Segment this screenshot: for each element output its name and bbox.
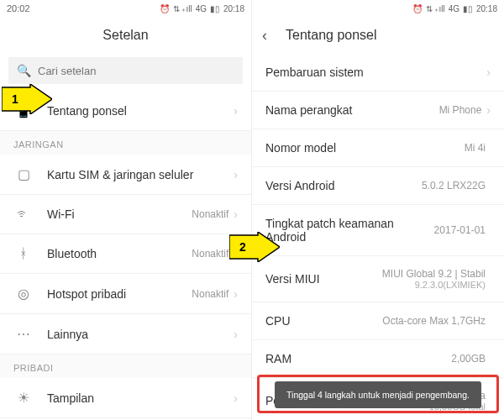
label: Pembaruan sistem — [265, 66, 486, 79]
value: 2017-01-01 — [434, 224, 486, 236]
statusbar-right: ⏰ ⇅ ₊ıll 4G ▮▯ 20:18 — [252, 0, 504, 17]
chevron-right-icon: › — [486, 66, 491, 79]
wifi-icon: ᯤ — [13, 207, 34, 222]
battery-icon: ▮▯ — [463, 4, 473, 13]
value: Mi 4i — [465, 142, 486, 154]
search-icon: 🔍 — [17, 64, 31, 77]
label: Versi Android — [265, 179, 422, 192]
row-display[interactable]: ☀ Tampilan › — [0, 378, 251, 418]
value-sub: 9.2.3.0(LXIMIEK) — [382, 280, 486, 290]
value: Nonaktif — [192, 288, 228, 300]
label: Nama perangkat — [265, 103, 439, 117]
alarm-icon: ⏰ — [412, 4, 423, 13]
chevron-right-icon: › — [234, 104, 238, 118]
row-model[interactable]: Nomor model Mi 4i — [252, 129, 504, 167]
back-button[interactable]: ‹ — [262, 27, 279, 45]
chevron-right-icon: › — [234, 207, 238, 221]
alarm-icon: ⏰ — [160, 4, 170, 13]
value: Nonaktif — [192, 248, 228, 260]
chevron-right-icon: › — [234, 168, 238, 181]
more-icon: ⋯ — [13, 326, 34, 342]
chevron-right-icon: › — [234, 328, 238, 341]
statusbar-left: 20:02 ⏰ ⇅ ₊ıll 4G ▮▯ 20:18 — [0, 0, 251, 17]
page-title: Tentang ponsel — [279, 28, 494, 43]
value: Octa-core Max 1,7GHz — [382, 315, 486, 327]
value: 2,00GB — [451, 353, 486, 365]
row-device-name[interactable]: Nama perangkat Mi Phone › — [252, 92, 504, 129]
battery-icon: ▮▯ — [210, 4, 220, 13]
status-icons: ⏰ ⇅ ₊ıll 4G ▮▯ 20:18 — [412, 4, 497, 13]
signal-icon: ⇅ ₊ıll — [426, 4, 445, 13]
row-wifi[interactable]: ᯤ Wi-Fi Nonaktif › — [0, 195, 251, 234]
label: Tampilan — [47, 391, 234, 405]
label: CPU — [265, 314, 382, 328]
row-android-version[interactable]: Versi Android 5.0.2 LRX22G — [252, 167, 504, 205]
callout-number: 1 — [12, 92, 18, 106]
label: Versi MIUI — [265, 272, 382, 286]
row-ram[interactable]: RAM 2,00GB — [252, 340, 504, 378]
row-bluetooth[interactable]: ᚼ Bluetooth Nonaktif › — [0, 234, 251, 274]
clock: 20:18 — [476, 4, 497, 13]
label: Nomor model — [265, 141, 465, 155]
net-label: 4G — [196, 4, 207, 13]
row-miui-version[interactable]: Versi MIUI MIUI Global 9.2 | Stabil 9.2.… — [252, 256, 504, 302]
value: 5.0.2 LRX22G — [422, 180, 486, 192]
value-main: MIUI Global 9.2 | Stabil — [382, 268, 486, 280]
row-system-update[interactable]: Pembaruan sistem › — [252, 54, 504, 92]
section-network: JARINGAN — [0, 131, 251, 155]
label: Wi-Fi — [47, 207, 192, 221]
search-input[interactable] — [38, 65, 234, 77]
svg-marker-0 — [2, 84, 52, 114]
svg-marker-1 — [229, 232, 280, 262]
row-sim[interactable]: ▢ Kartu SIM & jaringan seluler › — [0, 155, 251, 195]
label: Hotspot pribadi — [47, 287, 192, 301]
net-label: 4G — [449, 4, 459, 13]
label: Bluetooth — [47, 247, 192, 260]
time: 20:02 — [7, 3, 30, 13]
display-icon: ☀ — [13, 390, 34, 406]
header-right: ‹ Tentang ponsel — [252, 17, 504, 54]
chevron-right-icon: › — [234, 287, 238, 301]
label: Tentang ponsel — [47, 104, 234, 118]
row-security-patch[interactable]: Tingkat patch keamanan Android 2017-01-0… — [252, 205, 504, 256]
label: Kartu SIM & jaringan seluler — [47, 168, 234, 181]
toast-highlight-box — [257, 375, 499, 413]
label: RAM — [265, 352, 451, 365]
phone-right: ⏰ ⇅ ₊ıll 4G ▮▯ 20:18 ‹ Tentang ponsel Pe… — [252, 0, 504, 420]
row-more[interactable]: ⋯ Lainnya › — [0, 314, 251, 354]
value: Nonaktif — [192, 208, 228, 220]
callout-arrow-1: 1 — [2, 84, 52, 114]
label: Tingkat patch keamanan Android — [265, 217, 434, 244]
header-left: Setelan — [0, 17, 251, 54]
row-hotspot[interactable]: ◎ Hotspot pribadi Nonaktif › — [0, 274, 251, 314]
chevron-right-icon: › — [234, 391, 238, 405]
hotspot-icon: ◎ — [13, 286, 34, 302]
label: Lainnya — [47, 328, 234, 341]
callout-number: 2 — [239, 240, 246, 254]
chevron-right-icon: › — [486, 103, 491, 117]
value: Mi Phone — [439, 104, 482, 116]
signal-icon: ⇅ ₊ıll — [173, 4, 192, 13]
value: MIUI Global 9.2 | Stabil 9.2.3.0(LXIMIEK… — [382, 268, 486, 290]
section-personal: PRIBADI — [0, 354, 251, 378]
row-cpu[interactable]: CPU Octa-core Max 1,7GHz — [252, 302, 504, 340]
search-bar[interactable]: 🔍 — [8, 57, 243, 84]
phone-left: 20:02 ⏰ ⇅ ₊ıll 4G ▮▯ 20:18 Setelan 🔍 📱 T… — [0, 0, 252, 420]
callout-arrow-2: 2 — [229, 232, 280, 262]
page-title: Setelan — [10, 28, 241, 43]
sim-icon: ▢ — [13, 166, 34, 182]
status-icons: ⏰ ⇅ ₊ıll 4G ▮▯ 20:18 — [160, 4, 244, 13]
bluetooth-icon: ᚼ — [13, 246, 34, 261]
clock: 20:18 — [223, 4, 244, 13]
